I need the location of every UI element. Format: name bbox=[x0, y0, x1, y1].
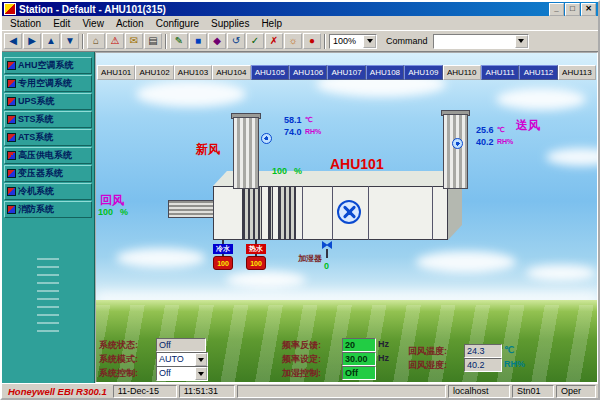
sidebar-item-dedicated-ac[interactable]: 专用空调系统 bbox=[4, 75, 92, 92]
tab-ahu107[interactable]: AHU107 bbox=[327, 65, 365, 80]
tab-ahu109[interactable]: AHU109 bbox=[404, 65, 442, 80]
system-control-combo[interactable]: Off bbox=[156, 366, 208, 381]
bullet-icon bbox=[7, 79, 16, 88]
report-icon[interactable]: ▤ bbox=[144, 33, 162, 49]
acknowledge-icon[interactable]: ● bbox=[303, 33, 321, 49]
cloud bbox=[526, 265, 596, 281]
page-up-icon[interactable]: ▲ bbox=[42, 33, 60, 49]
return-temp-unit: ℃ bbox=[504, 345, 514, 355]
page-down-icon[interactable]: ▼ bbox=[61, 33, 79, 49]
tab-ahu108[interactable]: AHU108 bbox=[366, 65, 404, 80]
tab-ahu102[interactable]: AHU102 bbox=[135, 65, 173, 80]
toolbar-separator bbox=[165, 34, 167, 49]
tab-ahu111[interactable]: AHU111 bbox=[481, 65, 519, 80]
minimize-button[interactable]: _ bbox=[549, 3, 564, 16]
system-mode-value: AUTO bbox=[159, 353, 184, 366]
sidebar: AHU空调系统 专用空调系统 UPS系统 STS系统 ATS系统 高压供电系统 … bbox=[2, 52, 95, 383]
host-cell: localhost bbox=[448, 385, 510, 398]
station-window: Station - Default - AHU101(315) _ □ ✕ St… bbox=[0, 0, 600, 400]
menu-station[interactable]: Station bbox=[4, 18, 47, 29]
command-input[interactable] bbox=[437, 35, 515, 48]
detail-icon[interactable]: ◆ bbox=[208, 33, 226, 49]
chilled-water-pump[interactable]: 100 bbox=[213, 256, 233, 270]
trend-icon[interactable]: ■ bbox=[189, 33, 207, 49]
sidebar-item-ahu[interactable]: AHU空调系统 bbox=[4, 57, 92, 74]
toolbar-separator bbox=[324, 34, 326, 49]
sidebar-item-label: 冷机系统 bbox=[18, 185, 54, 198]
tab-ahu104[interactable]: AHU104 bbox=[212, 65, 250, 80]
zoom-select[interactable]: 100% bbox=[329, 34, 377, 49]
freq-feedback-label: 频率反馈: bbox=[282, 339, 321, 352]
return-temp-value: 24.3 bbox=[464, 344, 502, 358]
chilled-water-valve-value: 100 bbox=[217, 260, 229, 267]
menu-supplies[interactable]: Supplies bbox=[205, 18, 255, 29]
return-air-damper-unit: % bbox=[120, 207, 128, 217]
sidebar-item-hv-power[interactable]: 高压供电系统 bbox=[4, 147, 92, 164]
time-cell: 11:51:31 bbox=[179, 385, 235, 398]
supply-air-rh-unit: RH% bbox=[497, 138, 513, 145]
humidifier-pipe bbox=[326, 249, 328, 258]
command-combobox[interactable] bbox=[433, 34, 529, 49]
cloud bbox=[416, 251, 516, 273]
display-icon[interactable]: ☼ bbox=[284, 33, 302, 49]
tab-ahu113[interactable]: AHU113 bbox=[558, 65, 596, 80]
command-dropdown-button[interactable] bbox=[515, 35, 528, 48]
refresh-icon[interactable]: ↺ bbox=[227, 33, 245, 49]
return-air-damper-value: 100 bbox=[98, 207, 113, 217]
tab-ahu112[interactable]: AHU112 bbox=[519, 65, 557, 80]
confirm-icon[interactable]: ✓ bbox=[246, 33, 264, 49]
app-icon bbox=[4, 3, 16, 15]
tab-ahu105[interactable]: AHU105 bbox=[251, 65, 289, 80]
zoom-dropdown-button[interactable] bbox=[363, 35, 376, 48]
menu-action[interactable]: Action bbox=[110, 18, 150, 29]
section-divider bbox=[432, 186, 433, 240]
section-divider bbox=[368, 186, 369, 240]
menu-configure[interactable]: Configure bbox=[150, 18, 205, 29]
fresh-air-damper-value: 100 bbox=[272, 166, 287, 176]
freq-setpoint-label: 频率设定: bbox=[282, 353, 321, 366]
ahu-tab-bar: AHU101 AHU102 AHU103 AHU104 AHU105 AHU10… bbox=[97, 65, 596, 80]
return-rh-value: 40.2 bbox=[464, 358, 502, 372]
tab-ahu101[interactable]: AHU101 bbox=[97, 65, 135, 80]
humidifier-valve-icon[interactable] bbox=[322, 241, 332, 249]
cloud bbox=[546, 148, 598, 166]
alarm-icon[interactable]: ⚠ bbox=[106, 33, 124, 49]
sidebar-item-transformer[interactable]: 变压器系统 bbox=[4, 165, 92, 182]
menu-view[interactable]: View bbox=[76, 18, 110, 29]
system-mode-combo[interactable]: AUTO bbox=[156, 352, 208, 367]
menu-help[interactable]: Help bbox=[255, 18, 288, 29]
close-button[interactable]: ✕ bbox=[581, 3, 596, 16]
station-cell: Stn01 bbox=[512, 385, 554, 398]
statusbar: Honeywell EBI R300.1 11-Dec-15 11:51:31 … bbox=[2, 383, 598, 398]
tab-ahu106[interactable]: AHU106 bbox=[289, 65, 327, 80]
sidebar-item-sts[interactable]: STS系统 bbox=[4, 111, 92, 128]
hot-water-pump[interactable]: 100 bbox=[246, 256, 266, 270]
sidebar-item-chiller[interactable]: 冷机系统 bbox=[4, 183, 92, 200]
menu-edit[interactable]: Edit bbox=[47, 18, 76, 29]
supply-air-sensor-icon bbox=[452, 138, 463, 149]
system-mode-dropdown-button[interactable] bbox=[195, 353, 207, 366]
graphic-stage: AHU101 AHU102 AHU103 AHU104 AHU105 AHU10… bbox=[95, 52, 598, 383]
system-control-dropdown-button[interactable] bbox=[195, 367, 207, 380]
sidebar-item-label: ATS系统 bbox=[18, 131, 53, 144]
tab-ahu103[interactable]: AHU103 bbox=[174, 65, 212, 80]
maximize-button[interactable]: □ bbox=[565, 3, 580, 16]
return-temp-label: 回风温度: bbox=[408, 345, 447, 358]
home-icon[interactable]: ⌂ bbox=[87, 33, 105, 49]
titlebar[interactable]: Station - Default - AHU101(315) _ □ ✕ bbox=[2, 2, 598, 16]
back-icon[interactable]: ◀ bbox=[4, 33, 22, 49]
sidebar-item-fire[interactable]: 消防系统 bbox=[4, 201, 92, 218]
supply-air-duct bbox=[443, 114, 468, 189]
toolbar: ◀ ▶ ▲ ▼ ⌂ ⚠ ✉ ▤ ✎ ■ ◆ ↺ ✓ ✗ ☼ ● 100% Com… bbox=[2, 30, 598, 52]
message-icon[interactable]: ✉ bbox=[125, 33, 143, 49]
sidebar-item-ats[interactable]: ATS系统 bbox=[4, 129, 92, 146]
sidebar-item-ups[interactable]: UPS系统 bbox=[4, 93, 92, 110]
fresh-air-sensor-icon bbox=[261, 133, 272, 144]
fresh-air-temp-value: 58.1 bbox=[284, 115, 302, 125]
main-area: AHU空调系统 专用空调系统 UPS系统 STS系统 ATS系统 高压供电系统 … bbox=[2, 52, 598, 383]
brand-label: Honeywell EBI R300.1 bbox=[4, 386, 111, 397]
edit-icon[interactable]: ✎ bbox=[170, 33, 188, 49]
tab-ahu110[interactable]: AHU110 bbox=[443, 65, 481, 80]
forward-icon[interactable]: ▶ bbox=[23, 33, 41, 49]
cancel-icon[interactable]: ✗ bbox=[265, 33, 283, 49]
